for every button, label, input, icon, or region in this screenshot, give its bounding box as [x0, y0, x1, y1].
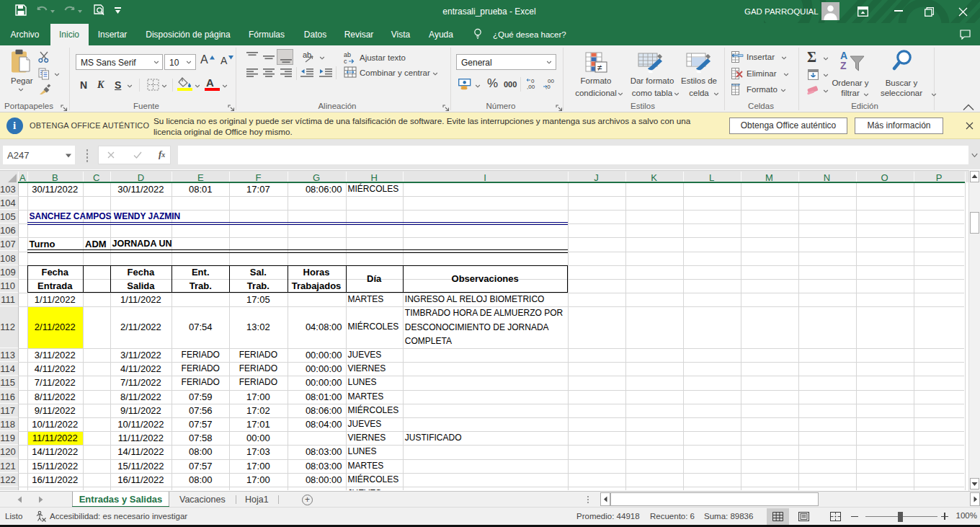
- svg-text:≠: ≠: [597, 63, 602, 73]
- svg-text:c: c: [344, 58, 347, 64]
- svg-text:,00: ,00: [527, 84, 535, 90]
